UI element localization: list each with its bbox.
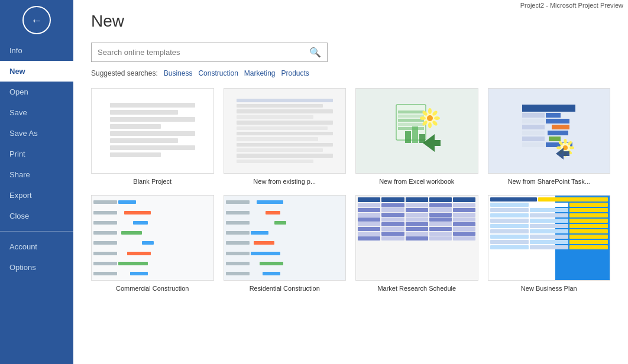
template-thumbnail-market bbox=[355, 195, 478, 281]
bp-cell bbox=[569, 219, 608, 223]
sidebar-item-options[interactable]: Options bbox=[0, 257, 73, 278]
bp-cell bbox=[569, 245, 608, 249]
existing-line bbox=[237, 121, 333, 124]
bp-row bbox=[490, 219, 608, 223]
tg-row bbox=[93, 259, 212, 268]
suggested-construction[interactable]: Construction bbox=[198, 69, 238, 77]
bp-cell bbox=[490, 224, 529, 228]
tg-row bbox=[226, 249, 344, 258]
tg-label bbox=[93, 272, 117, 275]
market-cell bbox=[429, 222, 452, 226]
svg-rect-3 bbox=[398, 119, 424, 122]
market-cell bbox=[381, 208, 404, 212]
tg-row bbox=[226, 208, 344, 217]
market-cell-header bbox=[381, 197, 404, 202]
tg-bar bbox=[274, 221, 286, 225]
bp-cell bbox=[530, 219, 568, 223]
bp-cell bbox=[569, 240, 608, 244]
market-cell-header bbox=[406, 197, 428, 202]
tg-row bbox=[226, 197, 344, 207]
market-cell bbox=[429, 213, 452, 217]
tg-bar bbox=[124, 211, 151, 214]
template-blank[interactable]: Blank Project bbox=[91, 88, 214, 186]
bp-cell bbox=[530, 235, 568, 239]
template-residential[interactable]: Residential Construction bbox=[224, 195, 347, 292]
suggested-products[interactable]: Products bbox=[281, 69, 309, 77]
svg-rect-24 bbox=[546, 119, 569, 124]
template-market[interactable]: Market Research Schedule bbox=[355, 195, 478, 292]
sidebar-item-new[interactable]: New bbox=[0, 61, 73, 82]
sidebar-item-open[interactable]: Open bbox=[0, 82, 73, 102]
tg-label bbox=[226, 221, 250, 225]
sidebar-item-print[interactable]: Print bbox=[0, 144, 73, 164]
existing-line bbox=[237, 132, 333, 135]
existing-line bbox=[237, 154, 333, 157]
back-button[interactable]: ← bbox=[22, 6, 51, 34]
bp-cell bbox=[569, 203, 608, 207]
market-row bbox=[358, 217, 476, 222]
svg-point-41 bbox=[556, 146, 561, 149]
market-cell bbox=[358, 208, 380, 212]
search-input[interactable] bbox=[92, 43, 303, 61]
tg-label bbox=[93, 200, 117, 204]
template-existing[interactable]: New from existing p... bbox=[224, 88, 347, 186]
sidebar-item-export[interactable]: Export bbox=[0, 185, 73, 206]
sidebar-item-close[interactable]: Close bbox=[0, 206, 73, 226]
blank-line bbox=[110, 138, 179, 143]
main-content: New 🔍 Suggested searches: Business Const… bbox=[73, 0, 628, 364]
excel-icon-svg bbox=[387, 102, 446, 161]
tg-bar bbox=[254, 241, 274, 245]
bp-cell bbox=[530, 245, 568, 249]
suggested-marketing[interactable]: Marketing bbox=[244, 69, 276, 77]
bp-row bbox=[490, 208, 608, 212]
market-cell bbox=[453, 232, 475, 236]
template-excel[interactable]: New from Excel workbook bbox=[355, 88, 478, 186]
tg-row bbox=[93, 218, 212, 228]
market-cell bbox=[429, 217, 452, 222]
sidebar-item-share[interactable]: Share bbox=[0, 164, 73, 185]
svg-point-10 bbox=[427, 115, 433, 121]
bp-cell bbox=[490, 235, 529, 239]
existing-lines bbox=[233, 95, 336, 167]
blank-line bbox=[110, 117, 195, 122]
market-row bbox=[358, 222, 476, 226]
market-cell bbox=[358, 227, 380, 231]
market-cell bbox=[429, 232, 452, 236]
template-name-residential: Residential Construction bbox=[224, 284, 347, 292]
market-cell bbox=[358, 236, 380, 240]
market-cell bbox=[406, 227, 428, 231]
search-button[interactable]: 🔍 bbox=[303, 43, 327, 61]
template-bizplan[interactable]: New Business Plan bbox=[488, 195, 611, 292]
market-cell bbox=[429, 227, 452, 231]
market-cell bbox=[453, 222, 475, 226]
bp-row bbox=[490, 245, 608, 249]
market-cell bbox=[381, 236, 404, 240]
svg-rect-4 bbox=[398, 123, 424, 126]
market-cell-header bbox=[453, 197, 475, 202]
template-thumbnail-excel bbox=[355, 88, 478, 174]
bp-cell bbox=[490, 197, 537, 202]
template-commercial[interactable]: Commercial Construction bbox=[91, 195, 214, 292]
template-thumbnail-existing bbox=[224, 88, 347, 174]
sidebar-item-save[interactable]: Save bbox=[0, 102, 73, 123]
bp-cell bbox=[538, 197, 608, 202]
sidebar-item-save-as[interactable]: Save As bbox=[0, 123, 73, 144]
bp-cell bbox=[530, 224, 568, 228]
market-cell bbox=[429, 236, 452, 240]
bp-cell bbox=[569, 224, 608, 228]
template-sharepoint[interactable]: New from SharePoint Task... bbox=[488, 88, 611, 186]
suggested-searches: Suggested searches: Business Constructio… bbox=[91, 69, 610, 77]
svg-rect-20 bbox=[522, 105, 575, 112]
sidebar-item-info[interactable]: Info bbox=[0, 40, 73, 61]
blank-line bbox=[110, 145, 195, 150]
template-name-sharepoint: New from SharePoint Task... bbox=[488, 177, 611, 186]
sidebar-item-account[interactable]: Account bbox=[0, 236, 73, 257]
suggested-business[interactable]: Business bbox=[164, 69, 193, 77]
tg-label bbox=[93, 262, 117, 265]
tg-label bbox=[93, 221, 117, 225]
template-thumbnail-commercial bbox=[91, 195, 214, 281]
svg-rect-25 bbox=[522, 125, 545, 129]
market-cell bbox=[453, 217, 475, 222]
existing-line bbox=[237, 137, 318, 141]
template-name-existing: New from existing p... bbox=[224, 177, 347, 186]
